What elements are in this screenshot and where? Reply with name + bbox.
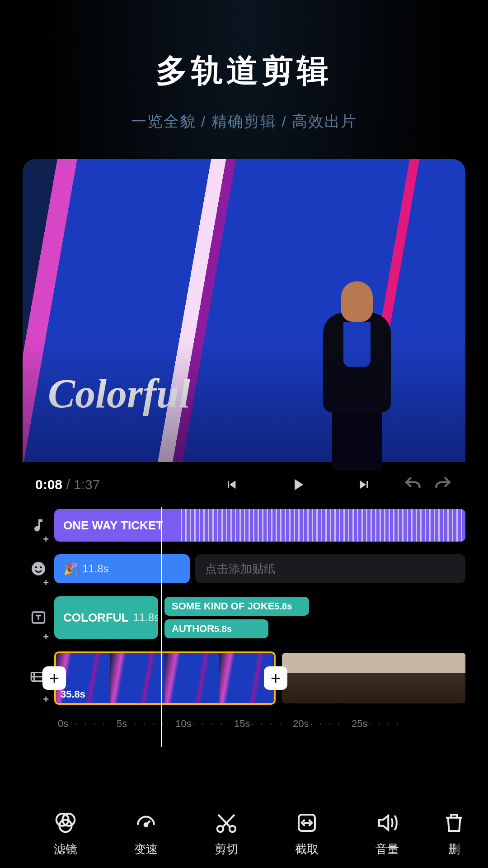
delete-button[interactable]: 删 bbox=[434, 811, 465, 857]
svg-point-10 bbox=[230, 826, 236, 832]
preview-text-overlay: Colorful bbox=[48, 370, 190, 417]
hero-subtitle: 一览全貌 / 精确剪辑 / 高效出片 bbox=[0, 111, 488, 132]
waveform-icon bbox=[181, 509, 465, 542]
ruler-tick: 20s bbox=[293, 718, 352, 730]
add-sticker-text: 点击添加贴纸 bbox=[205, 561, 276, 577]
playhead[interactable] bbox=[161, 507, 162, 747]
volume-button[interactable]: 音量 bbox=[353, 811, 421, 857]
ruler-tick: 5s bbox=[117, 718, 175, 730]
undo-button[interactable] bbox=[403, 475, 423, 495]
add-music-icon[interactable]: + bbox=[23, 507, 54, 543]
text-clip-mini-2[interactable]: AUTHOR 5.8s bbox=[164, 619, 268, 638]
time-ruler[interactable]: 0s 5s 10s 15s 20s 25s bbox=[54, 718, 465, 730]
filter-label: 滤镜 bbox=[54, 841, 77, 857]
text-clip-main[interactable]: COLORFUL 11.8s bbox=[54, 596, 158, 639]
preview-figure bbox=[319, 281, 395, 462]
video-clip-duration: 35.8s bbox=[61, 689, 85, 700]
music-clip[interactable]: ONE WAY TICKET bbox=[54, 509, 465, 542]
next-button[interactable] bbox=[357, 477, 371, 492]
volume-label: 音量 bbox=[375, 841, 399, 857]
editor-frame: Colorful 0:08 / 1:37 bbox=[23, 159, 465, 868]
svg-point-2 bbox=[40, 566, 42, 569]
cut-button[interactable]: 剪切 bbox=[192, 811, 260, 857]
transport-bar: 0:08 / 1:37 bbox=[23, 462, 465, 507]
delete-label: 删 bbox=[448, 841, 460, 857]
hero-title: 多轨道剪辑 bbox=[0, 50, 488, 92]
time-total: 1:37 bbox=[74, 477, 100, 492]
bottom-toolbar: 滤镜 变速 剪切 截取 音量 删 bbox=[23, 811, 465, 857]
redo-button[interactable] bbox=[433, 475, 453, 495]
sticker-emoji: 🎉 bbox=[63, 562, 78, 576]
speed-label: 变速 bbox=[134, 841, 158, 857]
speed-button[interactable]: 变速 bbox=[112, 811, 180, 857]
add-sticker-icon[interactable]: + bbox=[23, 551, 54, 587]
time-current: 0:08 bbox=[35, 477, 62, 492]
crop-label: 截取 bbox=[295, 841, 319, 857]
text-mini1-duration: 5.8s bbox=[274, 601, 292, 612]
filter-button[interactable]: 滤镜 bbox=[32, 811, 99, 857]
time-sep: / bbox=[62, 477, 74, 492]
timeline-tracks[interactable]: + ONE WAY TICKET + 🎉 11.8s 点击添加贴纸 bbox=[23, 507, 465, 730]
crop-button[interactable]: 截取 bbox=[273, 811, 341, 857]
music-clip-label: ONE WAY TICKET bbox=[63, 519, 163, 533]
text-mini2-label: AUTHOR bbox=[172, 623, 214, 635]
svg-point-1 bbox=[35, 566, 38, 569]
time-display: 0:08 / 1:37 bbox=[35, 477, 100, 492]
add-sticker-placeholder[interactable]: 点击添加贴纸 bbox=[195, 554, 465, 583]
text-clip-duration: 11.8s bbox=[133, 611, 158, 624]
svg-point-0 bbox=[32, 562, 45, 576]
ruler-tick: 15s bbox=[234, 718, 293, 730]
svg-point-8 bbox=[145, 823, 148, 826]
ruler-tick: 0s bbox=[58, 718, 117, 730]
text-clip-mini-1[interactable]: SOME KIND OF JOKE 5.8s bbox=[164, 597, 309, 616]
ruler-tick: 25s bbox=[352, 718, 410, 730]
clip-handle-left[interactable]: + bbox=[42, 666, 66, 690]
text-mini1-label: SOME KIND OF JOKE bbox=[172, 600, 274, 612]
clip-handle-right[interactable]: + bbox=[264, 666, 287, 690]
play-button[interactable] bbox=[288, 475, 307, 494]
prev-button[interactable] bbox=[224, 477, 239, 492]
video-clip-selected[interactable]: 35.8s bbox=[54, 651, 276, 705]
text-mini2-duration: 5.8s bbox=[214, 624, 232, 634]
video-preview[interactable]: Colorful bbox=[23, 159, 465, 462]
sticker-duration: 11.8s bbox=[82, 562, 109, 575]
cut-label: 剪切 bbox=[215, 841, 238, 857]
add-text-icon[interactable]: + bbox=[23, 594, 54, 641]
video-clip-next[interactable] bbox=[282, 653, 465, 703]
sticker-clip[interactable]: 🎉 11.8s bbox=[54, 554, 190, 583]
svg-point-9 bbox=[217, 826, 224, 832]
text-clip-label: COLORFUL bbox=[63, 611, 128, 625]
ruler-tick: 10s bbox=[175, 718, 234, 730]
